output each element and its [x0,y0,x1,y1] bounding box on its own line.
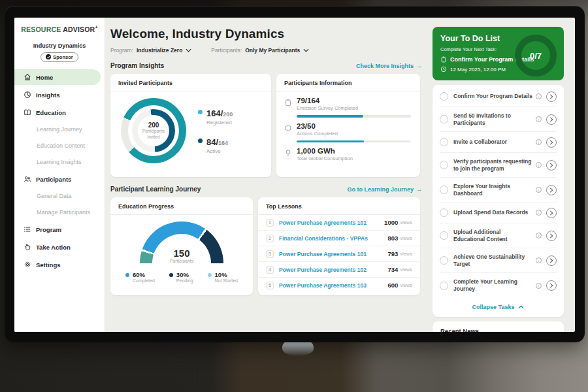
section-title: Program Insights [110,62,164,69]
info-icon[interactable]: i [536,116,542,122]
participants-filter-dropdown[interactable]: Participants: Only My Participants [211,47,309,54]
card-title: Invited Participants [110,74,271,91]
task-row: Send 50 Invitations to Participants i [440,107,557,132]
task-checkbox[interactable] [440,231,448,240]
education-progress-card: Education Progress 150 Participants [110,197,253,295]
task-label: Upload Additional Educational Content [453,229,533,243]
task-checkbox[interactable] [440,208,448,217]
todo-progress-ring: 0/7 [515,35,557,76]
sidebar-item-take-action[interactable]: Take Action [14,239,105,255]
task-open-button[interactable] [546,91,557,102]
gauge-center-value: 150 [140,248,223,259]
legend-label: Registered [206,120,233,125]
lesson-row: 3 Power Purchase Agreements 101 793 view… [258,246,420,262]
info-icon[interactable]: i [536,93,542,99]
program-icon [24,225,31,233]
legend-value: 10% [215,271,238,278]
actions-icon [284,124,292,132]
legend-label: Not Started [215,278,238,283]
program-filter-dropdown[interactable]: Program: Industrialize Zero [110,47,191,54]
sidebar-item-home[interactable]: Home [14,69,101,85]
sidebar-item-insights[interactable]: Insights [14,87,105,103]
clipboard-icon [440,56,447,63]
task-checkbox[interactable] [440,92,448,101]
info-icon[interactable]: i [536,187,542,193]
legend-label: Completed [133,278,155,283]
lesson-views: 734 [387,266,398,273]
program-filter-value: Industrialize Zero [137,47,182,54]
lesson-views-label: views [400,220,412,225]
sidebar-item-participants[interactable]: Participants [14,171,105,187]
info-icon[interactable]: i [536,162,542,168]
sponsor-badge-label: Sponsor [53,54,73,60]
info-icon[interactable]: i [536,233,542,238]
task-checkbox[interactable] [440,115,448,123]
legend-active: 84/164 Active [198,136,233,154]
collapse-tasks-link[interactable]: Collapse Tasks [440,298,557,313]
info-icon[interactable]: i [536,257,542,263]
lesson-title-link[interactable]: Power Purchase Agreements 103 [279,282,387,289]
sidebar-item-education-content[interactable]: Education Content [14,139,105,153]
task-open-button[interactable] [546,137,557,148]
sidebar-item-settings[interactable]: Settings [14,257,105,272]
lesson-title-link[interactable]: Power Purchase Agreements 102 [279,267,387,273]
legend-dot [208,273,212,277]
donut-center-value: 200 [148,122,159,129]
donut-legend: 164/200 Registered 84/164 Active [198,107,233,154]
task-open-button[interactable] [546,280,557,291]
global-consumption-row: 1,000 GWh Total Global Consumption [284,147,411,161]
sidebar-item-program[interactable]: Program [14,221,105,237]
todo-datetime-label: 12 May 2025, 12:00 PM [450,67,506,73]
task-open-button[interactable] [546,114,557,125]
task-open-button[interactable] [546,231,557,241]
metric-label: Total Global Consumption [297,155,353,161]
sidebar-item-education[interactable]: Education [14,105,105,120]
chevron-up-icon [518,305,524,309]
task-checkbox[interactable] [440,256,448,265]
participants-filter-label: Participants: [211,47,242,54]
lesson-title-link[interactable]: Financial Considerations - VPPAs [279,235,387,242]
legend-total: 200 [223,111,233,118]
chevron-right-icon [549,94,553,99]
info-icon[interactable]: i [536,283,542,289]
participants-information-card: Participants Information 79/164 Emission… [276,74,420,177]
task-open-button[interactable] [546,160,557,171]
sidebar-item-manage-participants[interactable]: Manage Participants [14,205,105,220]
task-checkbox[interactable] [440,138,448,146]
legend-value: 164/ [206,108,223,118]
invited-participants-card: Invited Participants 200 Participants In… [110,74,271,177]
lesson-title-link[interactable]: Power Purchase Agreements 101 [279,251,387,257]
go-to-learning-journey-link[interactable]: Go to Learning Journey → [347,186,422,193]
chevron-right-icon [549,163,553,168]
sidebar-item-general-data[interactable]: General Data [14,189,105,203]
chevron-right-icon [549,140,553,145]
lesson-title-link[interactable]: Power Purchase Agreements 101 [279,220,384,226]
task-open-button[interactable] [546,185,557,195]
page-title: Welcome, Industry Dynamics [110,27,422,41]
top-lessons-card: Top Lessons 1 Power Purchase Agreements … [258,197,420,295]
monitor-bezel: RESOURCE ADVISOR+ Industry Dynamics Spon… [5,6,585,342]
task-label: Send 50 Invitations to Participants [453,112,533,127]
task-open-button[interactable] [546,208,557,218]
legend-completed: 60% Completed [125,271,155,283]
dashboard-screen: RESOURCE ADVISOR+ Industry Dynamics Spon… [14,18,575,332]
lesson-views-label: views [400,282,412,288]
sidebar-item-learning-insights[interactable]: Learning Insights [14,155,105,169]
task-checkbox[interactable] [440,282,448,290]
metric-value: 79/164 [297,97,358,105]
task-checkbox[interactable] [440,186,448,194]
task-label: Verify participants requesting to join t… [453,158,533,172]
task-open-button[interactable] [546,255,557,266]
lesson-row: 4 Power Purchase Agreements 102 734 view… [258,262,420,278]
card-title: Top Lessons [258,197,420,215]
sidebar-item-learning-journey[interactable]: Learning Journey [14,122,105,137]
check-more-insights-link[interactable]: Check More Insights → [356,63,422,69]
section-title: Participant Learning Journey [110,186,201,193]
emission-survey-progress-bar [297,115,411,118]
actions-completed-row: 23/50 Actions Completed [284,122,411,143]
task-checkbox[interactable] [440,161,448,169]
sponsor-badge[interactable]: Sponsor [41,52,78,62]
info-icon[interactable]: i [536,139,542,145]
lesson-views-label: views [400,235,412,241]
info-icon[interactable]: i [536,210,542,216]
